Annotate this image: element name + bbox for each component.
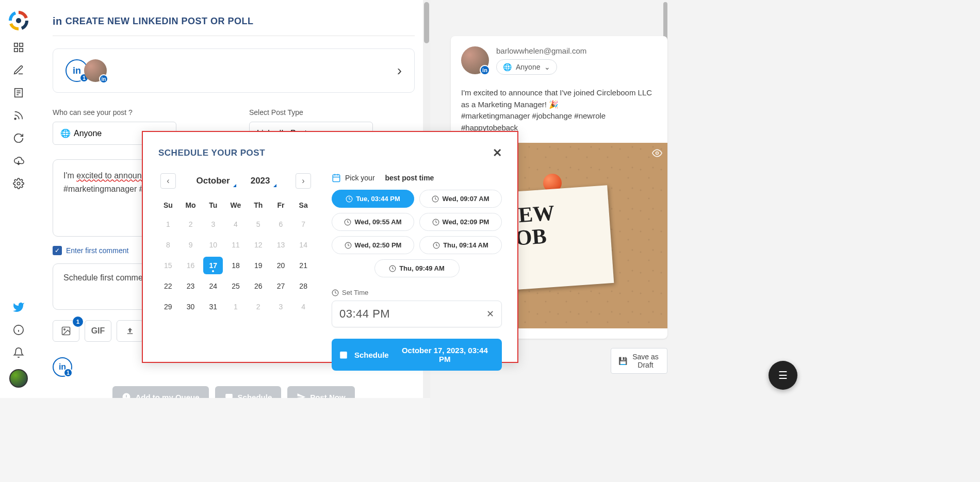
twitter-icon[interactable] (12, 301, 25, 313)
pick-time-label: Pick your best post time (332, 173, 502, 182)
calendar-day: 5 (249, 215, 268, 233)
scrollbar-thumb[interactable] (424, 2, 429, 43)
checkbox-checked-icon[interactable]: ✓ (53, 246, 62, 255)
save-icon: 💾 (618, 357, 627, 365)
calendar-day: 10 (203, 236, 223, 254)
time-suggestion-chip[interactable]: Thu, 09:49 AM (374, 259, 460, 277)
chevron-right-icon[interactable]: › (397, 62, 402, 79)
calendar-day[interactable]: 27 (271, 277, 291, 295)
calendar-day[interactable]: 28 (293, 277, 313, 295)
account-avatar[interactable]: in (84, 59, 107, 82)
calendar-day: 1 (158, 215, 178, 233)
calendar-dow: Su (158, 198, 178, 212)
calendar-day: 3 (271, 298, 291, 315)
calendar-day: 8 (158, 236, 178, 254)
calendar-day[interactable]: 26 (249, 277, 268, 295)
time-suggestion-chip[interactable]: Wed, 02:50 PM (332, 236, 414, 254)
svg-point-10 (17, 182, 20, 185)
time-suggestion-chip[interactable]: Wed, 02:09 PM (419, 213, 502, 231)
svg-point-0 (16, 18, 21, 23)
calendar-prev-button[interactable]: ‹ (160, 173, 176, 189)
calendar-day[interactable]: 30 (181, 298, 201, 315)
calendar-dow: Fr (271, 198, 291, 212)
calendar-day[interactable]: 19 (249, 257, 268, 274)
action-bar: Add to my Queue Schedule Post Now (53, 386, 415, 398)
calendar-day: 6 (271, 215, 291, 233)
save-as-draft-button[interactable]: 💾 Save as Draft (611, 348, 667, 374)
calendar-dow: Tu (203, 198, 223, 212)
calendar-day[interactable]: 31 (203, 298, 223, 315)
app-logo (8, 10, 29, 31)
calendar-day[interactable]: 29 (158, 298, 178, 315)
time-suggestion-chip[interactable]: Tue, 03:44 PM (332, 190, 414, 208)
calendar-day[interactable]: 18 (226, 257, 246, 274)
calendar-day: 15 (158, 257, 178, 274)
time-suggestion-chip[interactable]: Thu, 09:14 AM (419, 236, 502, 254)
time-suggestion-chip[interactable]: Wed, 09:07 AM (419, 190, 502, 208)
calendar-day[interactable]: 23 (181, 277, 201, 295)
calendar-day[interactable]: 24 (203, 277, 223, 295)
svg-rect-4 (20, 48, 23, 52)
fab-menu-button[interactable]: ☰ (769, 361, 797, 390)
time-suggestion-chip[interactable]: Wed, 09:55 AM (332, 213, 414, 231)
preview-text: I'm excited to announce that I've joined… (461, 87, 657, 134)
rss-icon[interactable] (12, 109, 25, 122)
set-time-label: Set Time (332, 289, 502, 296)
refresh-icon[interactable] (12, 132, 25, 144)
eye-icon[interactable] (652, 148, 662, 160)
modal-title: SCHEDULE YOUR POST (158, 148, 265, 158)
image-button[interactable]: 1 (53, 320, 79, 342)
post-now-button[interactable]: Post Now (287, 386, 354, 398)
calendar-day[interactable]: 22 (158, 277, 178, 295)
gif-button[interactable]: GIF (85, 320, 111, 342)
account-in-badge: in (99, 74, 108, 84)
calendar-month-select[interactable]: October (196, 176, 235, 186)
svg-rect-31 (340, 352, 347, 358)
schedule-button[interactable]: Schedule (215, 386, 282, 398)
bell-icon[interactable] (12, 346, 25, 359)
schedule-modal: SCHEDULE YOUR POST ✕ ‹ October 2023 › Su… (142, 131, 518, 363)
account-badge: 1 (63, 368, 73, 377)
dashboard-icon[interactable] (12, 41, 25, 54)
clear-time-icon[interactable]: ✕ (486, 308, 494, 320)
compose-icon[interactable] (12, 64, 25, 76)
calendar-day: 11 (226, 236, 246, 254)
svg-rect-2 (20, 43, 23, 46)
calendar-dow: We (226, 198, 246, 212)
confirm-schedule-button[interactable]: Schedule October 17, 2023, 03:44 PM (332, 339, 502, 371)
settings-icon[interactable] (12, 177, 25, 190)
svg-point-9 (14, 118, 16, 120)
time-input-value: 03:44 PM (339, 307, 390, 321)
article-icon[interactable] (12, 87, 25, 99)
preview-audience-select[interactable]: 🌐 Anyone ⌄ (496, 59, 557, 75)
calendar-day: 7 (293, 215, 313, 233)
calendar-dow: Th (249, 198, 268, 212)
svg-rect-3 (14, 48, 18, 52)
calendar-day: 13 (271, 236, 291, 254)
svg-point-18 (656, 152, 659, 155)
linkedin-icon: in (53, 15, 62, 27)
calendar-day[interactable]: 25 (226, 277, 246, 295)
visibility-label: Who can see your post ? (53, 108, 218, 117)
calendar-day[interactable]: 20 (271, 257, 291, 274)
close-icon[interactable]: ✕ (493, 146, 502, 160)
time-input[interactable]: 03:44 PM ✕ (332, 301, 502, 327)
svg-rect-19 (333, 175, 340, 182)
accounts-card[interactable]: in 1 in › (53, 48, 415, 93)
upload-button[interactable] (117, 320, 143, 342)
calendar-day: 2 (249, 298, 268, 315)
add-to-queue-button[interactable]: Add to my Queue (112, 386, 208, 398)
user-avatar-small[interactable] (9, 369, 28, 388)
preview-email: barlowwhelen@gmail.com (496, 46, 657, 55)
calendar-next-button[interactable]: › (296, 173, 311, 189)
chevron-down-icon: ⌄ (544, 63, 550, 71)
svg-point-15 (64, 329, 66, 330)
cloud-download-icon[interactable] (12, 155, 25, 167)
calendar: ‹ October 2023 › SuMoTuWeThFrSa123456789… (158, 173, 313, 371)
info-icon[interactable] (12, 324, 25, 336)
calendar-day[interactable]: 21 (293, 257, 313, 274)
calendar-year-select[interactable]: 2023 (251, 176, 275, 186)
calendar-day[interactable]: 17 (203, 257, 223, 274)
time-suggestions: Pick your best post time Tue, 03:44 PMWe… (332, 173, 502, 371)
calendar-day: 9 (181, 236, 201, 254)
